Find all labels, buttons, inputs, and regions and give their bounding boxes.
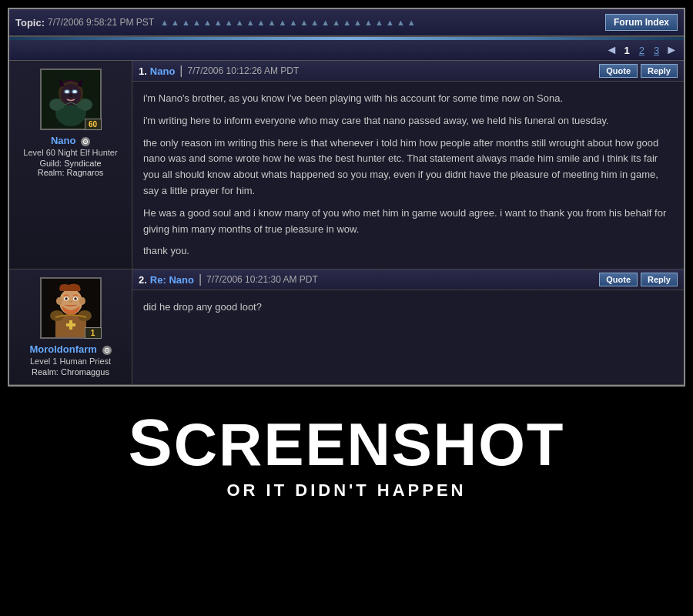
username-2: Moroldonfarm ⊙ — [29, 343, 111, 355]
svg-point-24 — [65, 298, 66, 299]
user-realm-1: Realm: Ragnaros — [38, 168, 104, 177]
page-1[interactable]: 1 — [621, 44, 632, 57]
svg-point-23 — [74, 297, 77, 300]
post-separator-1: | — [179, 64, 182, 78]
reply-button-1[interactable]: Reply — [641, 64, 678, 78]
svg-point-11 — [69, 95, 72, 97]
post-header-2: 2. Re: Nano | 7/7/2006 10:21:30 AM PDT Q… — [132, 270, 684, 290]
post-row: 60 Nano ⊙ Level 60 Night Elf Hunter Guil… — [9, 61, 684, 270]
post-actions-1: Quote Reply — [599, 64, 678, 78]
post-number-2: 2. — [139, 274, 147, 286]
pagination-bar: ◄ 1 2 3 ► — [9, 40, 684, 61]
post-para-1-4: thank you. — [143, 243, 673, 259]
page-2[interactable]: 2 — [636, 44, 648, 57]
post-para-1-3: He was a good soul and i know many of yo… — [143, 206, 673, 238]
forum-container: Topic: 7/7/2006 9:58:21 PM PST ▲ ▲ ▲ ▲ ▲… — [8, 8, 685, 387]
level-badge-2: 1 — [85, 327, 102, 339]
post-number-1: 1. — [139, 65, 147, 77]
post-row-2: 1 Moroldonfarm ⊙ Level 1 Human Priest Re… — [9, 270, 684, 385]
post-user-sidebar-1: 60 Nano ⊙ Level 60 Night Elf Hunter Guil… — [9, 61, 132, 269]
screenshot-label: Screenshot — [129, 410, 565, 478]
user-icon-1: ⊙ — [81, 137, 90, 146]
next-page-arrow[interactable]: ► — [665, 43, 678, 57]
post-author-1: Nano — [150, 65, 176, 77]
avatar-wrapper-2: 1 — [40, 277, 102, 339]
username-1: Nano ⊙ — [51, 135, 90, 146]
post-body-2: did he drop any good loot? — [132, 290, 684, 384]
reply-button-2[interactable]: Reply — [641, 273, 678, 286]
svg-rect-29 — [66, 323, 75, 326]
post-para-1-1: i'm writing here to inform everyone who … — [143, 113, 673, 129]
screenshot-main-text: Screenshot — [0, 410, 693, 476]
post-user-sidebar-2: 1 Moroldonfarm ⊙ Level 1 Human Priest Re… — [9, 270, 132, 384]
topic-bar: Topic: 7/7/2006 9:58:21 PM PST ▲ ▲ ▲ ▲ ▲… — [9, 9, 684, 37]
post-timestamp-2: 7/7/2006 10:21:30 AM PDT — [206, 274, 318, 285]
user-guild-1: Guild: Syndicate — [39, 159, 101, 168]
svg-point-25 — [75, 298, 75, 299]
post-actions-2: Quote Reply — [599, 273, 678, 286]
svg-point-10 — [73, 91, 75, 93]
post-content-area-1: 1. Nano | 7/7/2006 10:12:26 AM PDT Quote… — [132, 61, 684, 269]
user-class-2: Level 1 Human Priest — [30, 357, 111, 366]
post-para-2-0: did he drop any good loot? — [143, 300, 673, 316]
user-realm-2: Realm: Chromaggus — [32, 367, 109, 377]
post-para-1-0: i'm Nano's brother, as you know i've bee… — [143, 91, 673, 107]
level-badge-1: 60 — [85, 119, 102, 130]
screenshot-subtitle: or it didn't happen — [0, 480, 693, 500]
post-header-1: 1. Nano | 7/7/2006 10:12:26 AM PDT Quote… — [132, 61, 684, 82]
quote-button-1[interactable]: Quote — [599, 64, 638, 78]
post-content-area-2: 2. Re: Nano | 7/7/2006 10:21:30 AM PDT Q… — [132, 270, 684, 384]
user-class-1: Level 60 Night Elf Hunter — [23, 148, 117, 157]
post-para-1-2: the only reason im writing this here is … — [143, 136, 673, 199]
svg-point-9 — [65, 91, 68, 93]
watermark: Screenshot or it didn't happen — [0, 387, 693, 516]
prev-page-arrow[interactable]: ◄ — [606, 43, 618, 57]
svg-point-22 — [65, 297, 68, 300]
post-body-1: i'm Nano's brother, as you know i've bee… — [132, 82, 684, 269]
user-icon-2: ⊙ — [102, 346, 112, 355]
avatar-wrapper-1: 60 — [40, 69, 102, 130]
posts-area: 60 Nano ⊙ Level 60 Night Elf Hunter Guil… — [9, 61, 684, 385]
page-3[interactable]: 3 — [651, 44, 662, 57]
quote-button-2[interactable]: Quote — [599, 273, 638, 286]
svg-point-26 — [56, 297, 62, 305]
svg-point-27 — [79, 297, 85, 305]
post-timestamp-1: 7/7/2006 10:12:26 AM PDT — [188, 65, 300, 76]
post-separator-2: | — [199, 273, 202, 286]
forum-index-button[interactable]: Forum Index — [605, 14, 678, 31]
topic-time: 7/7/2006 9:58:21 PM PST — [48, 17, 154, 28]
topic-label: Topic: — [15, 17, 45, 28]
post-author-2: Re: Nano — [150, 274, 194, 286]
